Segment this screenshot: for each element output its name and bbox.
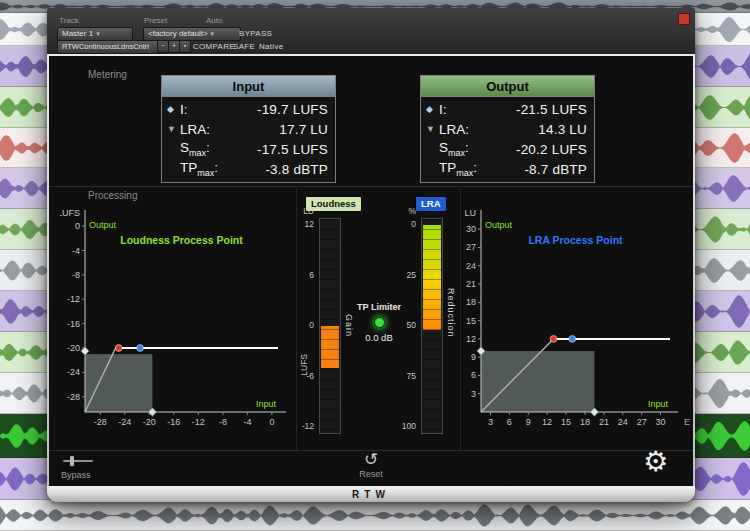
plugin-frame: Metering Input◆I:-19.7 LUFS▼LRA:17.7 LUS…	[47, 54, 695, 502]
output-metric-row-s: Smax:-20.2 LUFS	[426, 139, 587, 159]
lra-process-chart: 3691215182124273030272421181512963LUOutp…	[465, 202, 693, 450]
x-tick-label: -28	[94, 417, 107, 427]
meter-bar-fill	[423, 225, 441, 330]
metric-value: -21.5 LUFS	[494, 102, 587, 117]
process-point-1[interactable]	[550, 336, 557, 343]
x-tick-label: 12	[542, 417, 552, 427]
x-tick-label: -16	[167, 417, 180, 427]
reset-label: Reset	[349, 469, 393, 479]
meter-unit-label: LU	[297, 206, 314, 216]
reset-control[interactable]: ↺ Reset	[349, 451, 393, 479]
y-tick-label: -20	[67, 343, 80, 353]
settings-gear-icon[interactable]: ⚙	[643, 448, 668, 476]
x-tick-label: -12	[192, 417, 205, 427]
metric-value: -19.7 LUFS	[235, 102, 328, 117]
input-axis-label: Input	[648, 399, 669, 409]
x-tick-label: -20	[143, 417, 156, 427]
metric-value: 17.7 LU	[235, 122, 328, 137]
input-metric-row-tp: TPmax:-3.8 dBTP	[167, 159, 328, 179]
input-metering-panel: Input◆I:-19.7 LUFS▼LRA:17.7 LUSmax:-17.5…	[161, 75, 336, 183]
output-metric-row-tp: TPmax:-8.7 dBTP	[426, 159, 587, 179]
meter-bar-fill	[321, 326, 339, 368]
safe-button[interactable]: SAFE	[233, 42, 255, 51]
waveform-path	[0, 505, 750, 527]
plugin-selector-button[interactable]: RTWContinuousLdnsCntrl	[57, 40, 163, 54]
reset-icon: ↺	[349, 451, 393, 468]
chevron-down-icon: ▾	[211, 30, 215, 37]
processing-section-label: Processing	[88, 190, 137, 201]
y-tick-label: -12	[67, 294, 80, 304]
output-panel-rows: ◆I:-21.5 LUFS▼LRA:14.3 LUSmax:-20.2 LUFS…	[421, 97, 594, 179]
output-metering-panel: Output◆I:-21.5 LUFS▼LRA:14.3 LUSmax:-20.…	[420, 75, 595, 183]
pro-tools-plugin-header: Track Preset Auto Master 1▾ <factory def…	[47, 8, 695, 55]
compare-button[interactable]: COMPARE	[193, 42, 235, 51]
track-selector-button[interactable]: Master 1▾	[57, 27, 133, 41]
output-panel-title: Output	[421, 76, 594, 97]
y-tick-label: -16	[67, 319, 80, 329]
meter-scale-value: 75	[399, 371, 416, 381]
metric-label: Smax:	[180, 140, 235, 158]
x-tick-label: 21	[599, 417, 609, 427]
chart-title: Loudness Process Point	[120, 234, 243, 246]
bypass-label: Bypass	[61, 470, 121, 480]
output-axis-label: Output	[485, 220, 513, 230]
auto-label: Auto	[206, 16, 222, 25]
track-name: Master 1	[62, 29, 93, 38]
reduction-meter: %0255075100Reduction	[399, 204, 479, 448]
arrow-down-icon: ▼	[167, 124, 180, 134]
metric-label: Smax:	[439, 140, 494, 158]
arrow-down-icon: ▼	[426, 124, 439, 134]
meter-scale-value: 0	[399, 219, 416, 229]
x-tick-label: 9	[526, 417, 531, 427]
plugin-ui: Metering Input◆I:-19.7 LUFS▼LRA:17.7 LUS…	[49, 56, 693, 486]
metric-value: -3.8 dBTP	[235, 162, 328, 177]
metric-value: -8.7 dBTP	[494, 162, 587, 177]
preset-label: Preset	[144, 16, 167, 25]
meter-bar-track	[421, 218, 443, 434]
x-tick-label: 30	[655, 417, 665, 427]
x-tick-label: 3	[488, 417, 493, 427]
meter-scale-value: 6	[297, 270, 314, 280]
chart-lra-canvas: 3691215182124273030272421181512963LUOutp…	[465, 202, 693, 450]
metric-label: I:	[180, 102, 235, 117]
bypass-slider-icon	[63, 456, 93, 466]
x-tick-label: 18	[580, 417, 590, 427]
librarian-menu-button[interactable]: ▪	[179, 40, 191, 53]
x-tick-label: 15	[561, 417, 571, 427]
tp-limiter-value: 0.0 dB	[347, 332, 411, 343]
tp-limiter-led	[374, 317, 385, 328]
process-point-2[interactable]	[137, 345, 144, 352]
target-button[interactable]	[678, 13, 690, 25]
x-tick-label: -4	[243, 417, 251, 427]
chart-title: LRA Process Point	[528, 234, 623, 246]
output-metric-row-lra: ▼LRA:14.3 LU	[426, 119, 587, 139]
metric-value: 14.3 LU	[494, 122, 587, 137]
bypass-control[interactable]: Bypass	[61, 456, 121, 480]
daw-track-lane	[0, 500, 750, 531]
preset-selector-button[interactable]: <factory default>▾	[143, 27, 241, 41]
meter-scale-value: 0	[297, 320, 314, 330]
y-tick-label: -24	[67, 367, 80, 377]
bypass-button[interactable]: BYPASS	[239, 29, 272, 38]
process-region	[481, 351, 594, 412]
meter-side-label: Reduction	[446, 288, 456, 338]
metering-section-label: Metering	[88, 69, 127, 80]
diamond-icon: ◆	[167, 104, 180, 114]
x-tick-label: 24	[618, 417, 628, 427]
x-tick-label: 27	[637, 417, 647, 427]
input-axis-label: Input	[256, 399, 277, 409]
process-point-2[interactable]	[569, 336, 576, 343]
loudness-process-chart: -28-24-20-16-12-8-400-4-8-12-16-20-24-28…	[60, 202, 294, 450]
metric-value: -17.5 LUFS	[235, 142, 328, 157]
process-region	[85, 354, 152, 412]
x-tick-label: -24	[118, 417, 131, 427]
plugin-name: RTWContinuousLdnsCntrl	[62, 42, 149, 51]
y-tick-label: -4	[72, 246, 80, 256]
metric-label: LRA:	[439, 122, 494, 137]
process-point-1[interactable]	[115, 345, 122, 352]
preset-name: <factory default>	[148, 29, 208, 38]
chart-loudness-canvas: -28-24-20-16-12-8-400-4-8-12-16-20-24-28…	[60, 202, 294, 450]
end-label: E	[684, 417, 690, 427]
metric-label: I:	[439, 102, 494, 117]
x-tick-label: -8	[219, 417, 227, 427]
